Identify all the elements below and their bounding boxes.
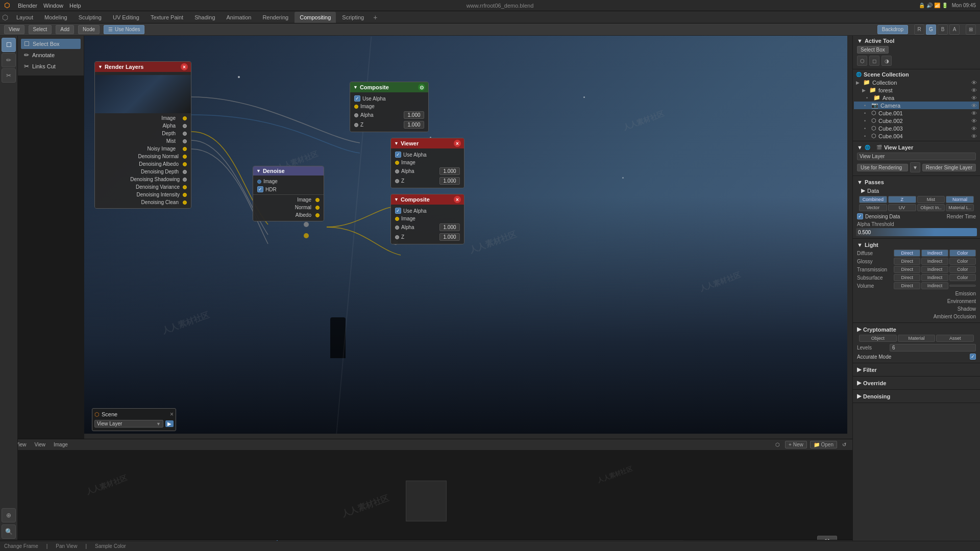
- glossy-indirect-btn[interactable]: Indirect: [921, 258, 948, 265]
- view-layer-render-btn[interactable]: ▶: [165, 420, 174, 427]
- links-cut-tool[interactable]: ✂ Links Cut: [21, 61, 81, 71]
- menu-blender[interactable]: Blender: [18, 3, 37, 9]
- pass-mist[interactable]: Mist: [917, 196, 945, 203]
- channel-icon-1[interactable]: R: [914, 24, 924, 35]
- menu-help[interactable]: Help: [69, 3, 81, 9]
- node-render-layers[interactable]: ▼ Render Layers × Image Alpha Depth: [94, 61, 191, 209]
- volume-color-btn[interactable]: [949, 285, 976, 287]
- view-menu-btn[interactable]: View: [4, 25, 24, 34]
- comp-top-z-val[interactable]: 1.000: [404, 121, 424, 129]
- zoom-controls[interactable]: 🔍: [2, 524, 16, 539]
- socket-comp-bottom-alpha[interactable]: [395, 226, 399, 230]
- socket-comp-bottom-image[interactable]: [395, 217, 399, 221]
- prop-icon-2[interactable]: ◻: [869, 56, 879, 66]
- pass-uv[interactable]: UV: [888, 204, 916, 211]
- socket-denoise-normal-out[interactable]: [315, 206, 320, 210]
- compositor-scroll-h[interactable]: [84, 434, 852, 439]
- tab-animation[interactable]: Animation: [222, 12, 257, 23]
- tab-rendering[interactable]: Rendering: [257, 12, 293, 23]
- checkbox-viewer-alpha[interactable]: ✓: [395, 152, 401, 158]
- diffuse-direct-btn[interactable]: Direct: [894, 249, 920, 257]
- comp-bottom-z-val[interactable]: 1.000: [439, 233, 460, 241]
- diffuse-indirect-btn[interactable]: Indirect: [921, 249, 948, 257]
- channel-icon-4[interactable]: A: [949, 24, 960, 35]
- tree-item-cube002[interactable]: • ⬡ Cube.002 👁: [854, 117, 979, 124]
- scene-info-close[interactable]: ×: [170, 411, 174, 418]
- tree-item-cube001[interactable]: • ⬡ Cube.001 👁: [854, 109, 979, 117]
- tab-sculpting[interactable]: Sculpting: [74, 12, 107, 23]
- prop-icon-3[interactable]: ◑: [881, 56, 892, 66]
- denoising-header[interactable]: ▶ Denoising: [855, 392, 978, 400]
- tool-select-box[interactable]: ☐: [2, 38, 16, 52]
- checkbox-accurate-mode[interactable]: ✓: [970, 354, 976, 360]
- use-for-rendering-btn[interactable]: Use for Rendering: [857, 164, 908, 171]
- prop-icon-1[interactable]: ⬡: [857, 56, 867, 66]
- tree-item-cube003[interactable]: • ⬡ Cube.003 👁: [854, 124, 979, 132]
- pass-vector[interactable]: Vector: [859, 204, 887, 211]
- cryptomatte-header[interactable]: ▶ Cryptomatte: [855, 325, 978, 334]
- pass-material[interactable]: Material L..: [946, 204, 974, 211]
- backdrop-btn[interactable]: Backdrop: [877, 25, 908, 34]
- tab-texture[interactable]: Texture Paint: [145, 12, 188, 23]
- img-open-btn[interactable]: 📁 Open: [810, 441, 837, 448]
- menu-window[interactable]: Window: [43, 3, 63, 9]
- socket-viewer-image[interactable]: [395, 161, 399, 165]
- crypto-asset-btn[interactable]: Asset: [936, 335, 974, 342]
- passes-header[interactable]: ▼ Passes: [855, 178, 978, 186]
- node-render-layers-close[interactable]: ×: [181, 63, 188, 70]
- pass-z[interactable]: Z: [888, 196, 916, 203]
- zoom-icon[interactable]: ⊞: [966, 24, 976, 35]
- tree-item-cube004[interactable]: • ⬡ Cube.004 👁: [854, 132, 979, 140]
- subsurface-direct-btn[interactable]: Direct: [894, 274, 920, 281]
- tab-scripting[interactable]: Scripting: [337, 12, 369, 23]
- tree-item-camera[interactable]: • 📷 Camera 👁: [854, 102, 979, 109]
- node-viewer-close[interactable]: ×: [454, 140, 461, 147]
- tool-links-cut[interactable]: ✂: [2, 68, 16, 83]
- channel-icon-3[interactable]: B: [938, 24, 948, 35]
- img-view2-btn[interactable]: View: [33, 441, 48, 448]
- node-denoise[interactable]: ▼ Denoise Image ✓ HDR Image Normal: [253, 166, 324, 221]
- add-menu-btn[interactable]: Add: [56, 25, 74, 34]
- pass-object[interactable]: Object In..: [917, 204, 945, 211]
- img-image-btn[interactable]: Image: [52, 441, 70, 448]
- select-box-tool[interactable]: ☐ Select Box: [21, 39, 81, 49]
- socket-denoise-image-out[interactable]: [315, 198, 320, 202]
- glossy-direct-btn[interactable]: Direct: [894, 258, 920, 265]
- pass-normal[interactable]: Normal: [946, 196, 974, 203]
- checkbox-use-alpha-top[interactable]: ✓: [354, 95, 360, 102]
- node-viewer-header[interactable]: ▼ Viewer ×: [391, 138, 464, 148]
- node-composite-bottom-header[interactable]: ▼ Composite ×: [391, 194, 464, 205]
- subsurface-indirect-btn[interactable]: Indirect: [921, 274, 948, 281]
- comp-bottom-alpha-val[interactable]: 1.000: [439, 223, 460, 231]
- vl-name-input[interactable]: View Layer: [857, 153, 976, 160]
- socket-comp-top-alpha[interactable]: [354, 113, 358, 117]
- socket-viewer-z[interactable]: [395, 179, 399, 183]
- socket-comp-top-image[interactable]: [354, 105, 358, 109]
- tab-add[interactable]: +: [370, 13, 380, 21]
- socket-comp-bottom-z[interactable]: [395, 235, 399, 239]
- filter-header[interactable]: ▶ Filter: [855, 365, 978, 374]
- view-layer-header[interactable]: ▼ 🌐 🎬 View Layer: [855, 143, 978, 152]
- node-render-layers-header[interactable]: ▼ Render Layers ×: [95, 62, 191, 72]
- levels-val[interactable]: 6: [890, 344, 976, 352]
- socket-denoise-in[interactable]: [257, 180, 261, 184]
- compositor-scroll-v[interactable]: [847, 36, 852, 434]
- active-tool-header[interactable]: ▼ Active Tool: [855, 37, 978, 45]
- checkbox-comp-bottom-alpha[interactable]: ✓: [395, 208, 401, 214]
- img-new-btn[interactable]: + New: [785, 441, 807, 448]
- pass-combined[interactable]: Combined: [859, 196, 887, 203]
- diffuse-color-btn[interactable]: Color: [949, 249, 976, 257]
- transmission-indirect-btn[interactable]: Indirect: [921, 266, 948, 273]
- tab-compositing[interactable]: Compositing: [295, 12, 336, 23]
- scene-info-view-layer[interactable]: View Layer ▼: [94, 420, 163, 428]
- tree-item-forest[interactable]: ▶ 📁 forest 👁: [854, 86, 979, 94]
- socket-viewer-alpha[interactable]: [395, 169, 399, 173]
- crypto-object-btn[interactable]: Object: [859, 335, 897, 342]
- node-composite-top[interactable]: ▼ Composite ⊙ ✓ Use Alpha Image Alpha 1.…: [350, 82, 429, 132]
- tree-item-area[interactable]: • 📁 Area 👁: [854, 94, 979, 102]
- node-composite-bottom-close[interactable]: ×: [454, 196, 461, 203]
- node-menu-btn[interactable]: Node: [78, 25, 100, 34]
- transmission-direct-btn[interactable]: Direct: [894, 266, 920, 273]
- viewer-alpha-val[interactable]: 1.000: [439, 167, 460, 175]
- override-header[interactable]: ▶ Override: [855, 379, 978, 387]
